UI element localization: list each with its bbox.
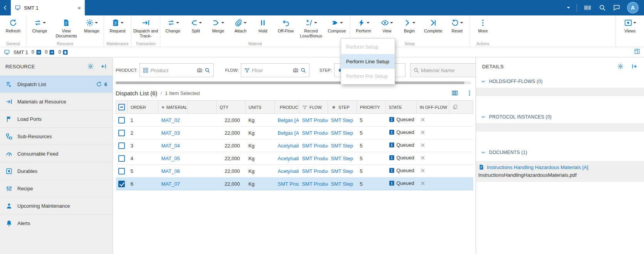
material-link[interactable]: MAT_02	[161, 117, 180, 123]
back-button[interactable]	[0, 0, 11, 15]
col-state[interactable]: STATE	[386, 101, 417, 114]
remove-off-flow-icon[interactable]	[420, 155, 426, 161]
table-row[interactable]: 2 MAT_03 22,000 Kg Belgas [A] SMT Produc…	[116, 127, 473, 139]
product-link[interactable]: Acetylsalicyl	[278, 168, 299, 174]
refresh-icon[interactable]	[96, 81, 102, 87]
step-link[interactable]: SMT Step	[331, 168, 353, 174]
material-link[interactable]: MAT_03	[161, 130, 180, 136]
product-link[interactable]: Belgas [A]	[278, 130, 299, 136]
camera-icon[interactable]	[197, 67, 203, 73]
change-material-button[interactable]: Change	[161, 18, 185, 38]
sidebar-item-materials-at-resource[interactable]: Materials at Resource	[0, 93, 113, 110]
request-button[interactable]: Request	[105, 18, 130, 34]
step-link[interactable]: SMT Step	[331, 181, 353, 187]
table-row[interactable]: 3 MAT_04 22,000 Kg Acetylsalicyl SMT Pro…	[116, 139, 473, 152]
change-resource-button[interactable]: Change	[27, 18, 52, 38]
table-row[interactable]: 4 MAT_05 22,000 Kg Acetylsalicyl SMT Pro…	[116, 152, 473, 165]
complete-button[interactable]: Complete	[420, 18, 446, 34]
barcode-icon[interactable]	[583, 3, 592, 12]
attach-button[interactable]: Attach	[229, 18, 252, 38]
flow-link[interactable]: SMT Produc	[302, 181, 328, 187]
table-row[interactable]: 5 MAT_06 22,000 Kg Acetylsalicyl SMT Pro…	[116, 165, 473, 178]
scrollbar-thumb[interactable]	[116, 81, 464, 84]
remove-off-flow-icon[interactable]	[420, 142, 426, 148]
gear-icon[interactable]	[617, 63, 624, 70]
product-link[interactable]: SMT Prod-0	[278, 181, 299, 187]
gear-icon[interactable]	[87, 63, 94, 70]
search-icon[interactable]	[599, 4, 606, 12]
col-in-off-flow[interactable]: IN OFF-FLOW	[417, 101, 449, 114]
col-step[interactable]: STEP	[328, 101, 357, 114]
offflow-counter[interactable]: 0	[45, 49, 55, 55]
expand-panel-icon[interactable]	[631, 63, 638, 70]
col-material[interactable]: MATERIAL	[158, 101, 188, 114]
begin-button[interactable]: Begin	[398, 18, 420, 34]
sidebar-item-load-ports[interactable]: Load Ports	[0, 110, 113, 127]
col-order[interactable]: ORDER	[128, 101, 158, 114]
col-priority[interactable]: PRIORITY	[357, 101, 386, 114]
product-link[interactable]: Acetylsalicyl	[278, 156, 299, 161]
document-link[interactable]: Instructions Handling Hazardous Material…	[487, 164, 589, 170]
flow-link[interactable]: SMT Produc	[302, 168, 328, 174]
flow-input[interactable]	[252, 68, 291, 73]
document-counter[interactable]: 0	[58, 49, 68, 55]
step-link[interactable]: SMT Step	[331, 117, 353, 123]
flow-link[interactable]: SMT Produc	[302, 117, 328, 123]
col-qty[interactable]: QTY	[217, 101, 245, 114]
section-documents[interactable]: DOCUMENTS (1)	[476, 146, 644, 159]
off-flow-button[interactable]: Off-Flow	[274, 18, 298, 38]
compose-button[interactable]: Compose	[325, 18, 349, 38]
product-input[interactable]	[150, 68, 195, 73]
search-icon[interactable]	[204, 67, 210, 73]
remove-off-flow-icon[interactable]	[420, 117, 426, 123]
sidebar-item-sub-resources[interactable]: Sub-Resources	[0, 127, 113, 145]
row-checkbox[interactable]	[118, 168, 125, 174]
remove-off-flow-icon[interactable]	[420, 129, 426, 135]
hold-button[interactable]: Hold	[252, 18, 274, 38]
sidebar-item-durables[interactable]: Durables	[0, 162, 113, 179]
split-button[interactable]: Split	[185, 18, 207, 38]
row-checkbox-checked[interactable]	[118, 181, 125, 187]
close-tab-icon[interactable]: ×	[77, 5, 81, 11]
sidebar-item-upcoming-maintenance[interactable]: Upcoming Maintenance	[0, 197, 113, 214]
col-pages[interactable]	[449, 101, 473, 114]
material-name-input[interactable]	[421, 68, 476, 73]
sidebar-item-recipe[interactable]: Recipe	[0, 179, 113, 197]
row-checkbox[interactable]	[118, 142, 125, 149]
col-units[interactable]: UNITS	[245, 101, 275, 114]
step-link[interactable]: SMT Step	[331, 143, 353, 149]
chat-icon[interactable]	[613, 4, 620, 12]
views-button[interactable]: Views	[617, 18, 643, 34]
table-row[interactable]: 1 MAT_02 22,000 Kg Belgas [A] SMT Produc…	[116, 114, 473, 127]
step-link[interactable]: SMT Step	[331, 156, 353, 161]
product-link[interactable]: Acetylsalicyl	[278, 143, 299, 149]
dispatch-and-track-button[interactable]: Dispatch and Track-	[132, 18, 159, 38]
layout-toggle-button[interactable]	[634, 48, 640, 56]
more-options-icon[interactable]	[466, 90, 473, 97]
table-row-selected[interactable]: 6 MAT_07 22,000 Kg SMT Prod-0 SMT Produc…	[116, 178, 473, 190]
remove-off-flow-icon[interactable]	[420, 180, 426, 186]
section-holds-off-flows[interactable]: HOLDS/OFF-FLOWS (0)	[476, 75, 644, 88]
sidebar-item-alerts[interactable]: Alerts	[0, 214, 113, 232]
avatar[interactable]: A	[627, 2, 639, 14]
remove-off-flow-icon[interactable]	[420, 168, 426, 174]
flow-link[interactable]: SMT Produc	[302, 143, 328, 149]
col-flow[interactable]: FLOW	[299, 101, 328, 114]
merge-button[interactable]: Merge	[207, 18, 229, 38]
more-button[interactable]: More	[470, 18, 496, 34]
record-loss-bonus-button[interactable]: Record Loss/Bonus	[298, 18, 325, 38]
view-documents-button[interactable]: View Documents	[52, 18, 81, 38]
hold-counter[interactable]: 0	[32, 49, 42, 55]
product-link[interactable]: Belgas [A]	[278, 117, 299, 123]
sidebar-item-dispatch-list[interactable]: Dispatch List 6	[0, 75, 113, 93]
row-checkbox[interactable]	[118, 155, 125, 162]
view-button[interactable]: View	[376, 18, 398, 34]
perform-button[interactable]: Perform	[351, 18, 376, 34]
menu-item-perform-line-setup[interactable]: Perform Line Setup	[341, 54, 395, 69]
material-link[interactable]: MAT_05	[161, 156, 180, 161]
material-link[interactable]: MAT_06	[161, 168, 180, 174]
chevron-down-icon[interactable]	[567, 7, 570, 8]
row-checkbox[interactable]	[118, 117, 125, 124]
reset-button[interactable]: Reset	[446, 18, 468, 34]
select-all-checkbox[interactable]	[118, 104, 125, 110]
